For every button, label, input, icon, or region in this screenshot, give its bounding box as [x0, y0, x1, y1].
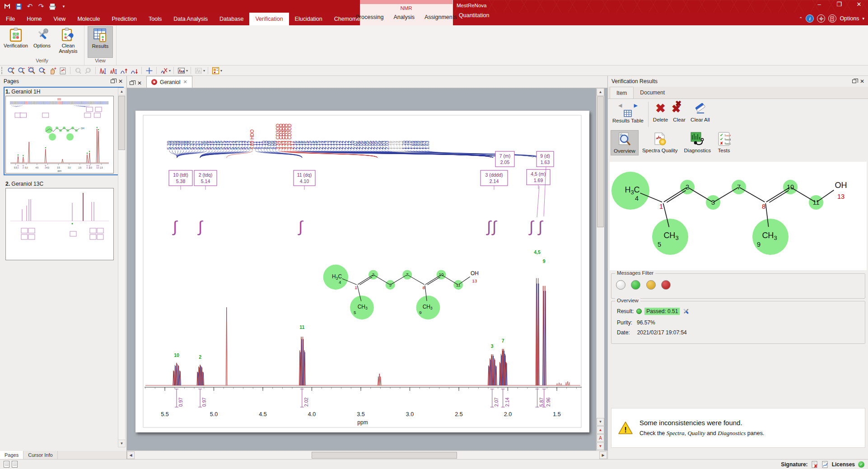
options-dropdown-icon[interactable]: ▾: [862, 16, 864, 21]
vertical-scrollbar[interactable]: ▲ ▼ ▲ A ▼: [596, 88, 604, 451]
crosshair-icon[interactable]: [145, 66, 154, 75]
zoom-previous-icon[interactable]: [73, 66, 82, 75]
hscroll-thumb[interactable]: [312, 452, 457, 459]
zoom-back-icon[interactable]: [37, 66, 47, 75]
layout-template-icon[interactable]: [211, 66, 220, 75]
tab-quantitation[interactable]: Quantitation: [453, 10, 534, 21]
tab-verification[interactable]: Verification: [249, 13, 289, 25]
next-result-icon[interactable]: ▶: [634, 103, 637, 108]
horizontal-scrollbar[interactable]: ◀ ▶: [127, 450, 607, 459]
overview-button[interactable]: Overview: [611, 130, 639, 155]
toolbar-handle[interactable]: [1, 67, 4, 74]
quick-access-dropdown-icon[interactable]: ▾: [60, 3, 67, 10]
zoom-expansion-icon[interactable]: [109, 66, 118, 75]
nmr-spectrum[interactable]: 5.395.395.395.395.385.385.385.385.375.37…: [135, 111, 589, 432]
full-spectrum-icon[interactable]: [98, 66, 107, 75]
peak-down-icon[interactable]: [130, 66, 139, 75]
delete-button[interactable]: ✖ Delete: [653, 101, 668, 122]
layout-template-dropdown-icon[interactable]: ▾: [220, 69, 222, 73]
fit-page-icon[interactable]: ▲: [597, 426, 604, 434]
pages-panel-scrollbar[interactable]: ▲ ▼: [118, 88, 126, 447]
tab-data-analysis[interactable]: Data Analysis: [168, 13, 214, 25]
diagnostics-button[interactable]: Diagnostics: [681, 130, 714, 155]
tab-view[interactable]: View: [48, 13, 72, 25]
cutoff-dropdown-icon[interactable]: ▾: [169, 69, 171, 73]
page-preview-icon[interactable]: [58, 66, 67, 75]
filter-warning-button[interactable]: [646, 280, 656, 290]
collapse-ribbon-icon[interactable]: ⌃: [799, 16, 803, 21]
undo-icon[interactable]: ↶: [26, 3, 33, 10]
restore-button[interactable]: ❐: [833, 1, 845, 8]
scroll-up-icon[interactable]: ▲: [118, 88, 125, 95]
tab-processing[interactable]: Processing: [352, 12, 388, 22]
tab-file[interactable]: File: [0, 13, 21, 25]
signature-invalid-icon[interactable]: ✘: [811, 461, 818, 468]
tab-tools[interactable]: Tools: [143, 13, 168, 25]
filter-error-button[interactable]: [661, 280, 671, 290]
restore-document-icon[interactable]: [130, 81, 134, 85]
tab-home[interactable]: Home: [21, 13, 47, 25]
document-tab-geraniol[interactable]: Geraniol ✕: [146, 76, 192, 88]
results-button[interactable]: Results: [88, 26, 113, 58]
spectra-quality-button[interactable]: Spectra Quality: [639, 130, 681, 155]
stacked-view-dropdown-icon[interactable]: ▾: [186, 69, 188, 73]
float-panel-icon[interactable]: [852, 80, 856, 83]
clipboard-icon[interactable]: [828, 14, 836, 23]
options-menu[interactable]: Options: [840, 15, 859, 22]
tab-analysis[interactable]: Analysis: [389, 12, 419, 22]
scroll-down-icon[interactable]: ▼: [597, 418, 604, 426]
results-table-button[interactable]: ◀ ▶ Results Table: [612, 101, 644, 123]
copy-page-icon[interactable]: [12, 461, 18, 468]
tab-document[interactable]: Document: [634, 87, 671, 98]
scroll-left-icon[interactable]: ◀: [127, 451, 135, 459]
clear-button[interactable]: ✖ ✖ Clear: [672, 101, 687, 122]
close-panel-icon[interactable]: ✕: [860, 79, 864, 84]
overlay-view-icon[interactable]: [194, 66, 203, 75]
stacked-view-icon[interactable]: [177, 66, 186, 75]
close-button[interactable]: ✕: [853, 1, 865, 8]
zoom-out-icon[interactable]: −: [17, 66, 26, 75]
clear-all-button[interactable]: Clear All: [691, 101, 710, 122]
verification-button[interactable]: Verification: [3, 26, 28, 58]
info-icon[interactable]: i: [806, 14, 814, 23]
scroll-down-icon[interactable]: ▼: [118, 440, 125, 447]
settings-gear-icon[interactable]: [817, 14, 825, 23]
minimize-button[interactable]: –: [813, 1, 826, 8]
close-tab-icon[interactable]: ✕: [183, 79, 187, 85]
tests-button[interactable]: ✔Test A✔Test B✘Test C Tests: [714, 130, 733, 155]
tab-elucidation[interactable]: Elucidation: [289, 13, 328, 25]
tab-cursor-info[interactable]: Cursor Info: [23, 451, 57, 459]
licenses-status-icon[interactable]: ✓: [858, 461, 864, 468]
page-icon[interactable]: [4, 461, 9, 468]
tab-item[interactable]: Item: [610, 87, 634, 98]
filter-passed-button[interactable]: [631, 280, 640, 290]
overlay-view-dropdown-icon[interactable]: ▾: [203, 69, 205, 73]
filter-all-button[interactable]: [616, 280, 625, 290]
tab-database[interactable]: Database: [214, 13, 250, 25]
next-page-icon[interactable]: ▼: [597, 442, 604, 450]
tab-prediction[interactable]: Prediction: [106, 13, 143, 25]
page-thumbnail-2[interactable]: 2. Geraniol 13C: [5, 181, 122, 260]
zoom-in-icon[interactable]: +: [6, 66, 15, 75]
zoom-region-icon[interactable]: [27, 66, 36, 75]
float-panel-icon[interactable]: [111, 80, 115, 83]
scroll-right-icon[interactable]: ▶: [599, 451, 607, 459]
redo-icon[interactable]: ↷: [37, 3, 45, 10]
peak-up-icon[interactable]: [119, 66, 128, 75]
pages-scrollbar-thumb[interactable]: [118, 96, 125, 150]
close-document-icon[interactable]: ✕: [137, 81, 142, 85]
page-thumbnail-1[interactable]: 1. Geraniol 1H OH5.55.04.54.03.53.02.52.…: [5, 89, 122, 174]
zoom-page-icon[interactable]: A: [597, 434, 604, 442]
previous-result-icon[interactable]: ◀: [618, 103, 622, 108]
clean-analysis-button[interactable]: Clean Analysis: [56, 26, 81, 58]
scroll-up-icon[interactable]: ▲: [597, 88, 604, 96]
print-icon[interactable]: [49, 3, 56, 10]
vscroll-thumb[interactable]: [597, 96, 604, 227]
tab-molecule[interactable]: Molecule: [71, 13, 106, 25]
close-panel-icon[interactable]: ✕: [118, 79, 123, 84]
signature-sign-icon[interactable]: [821, 461, 829, 468]
save-icon[interactable]: [15, 3, 22, 10]
verification-settings-icon[interactable]: [682, 308, 690, 315]
tab-pages[interactable]: Pages: [0, 451, 23, 459]
cutoff-icon[interactable]: [159, 66, 168, 75]
